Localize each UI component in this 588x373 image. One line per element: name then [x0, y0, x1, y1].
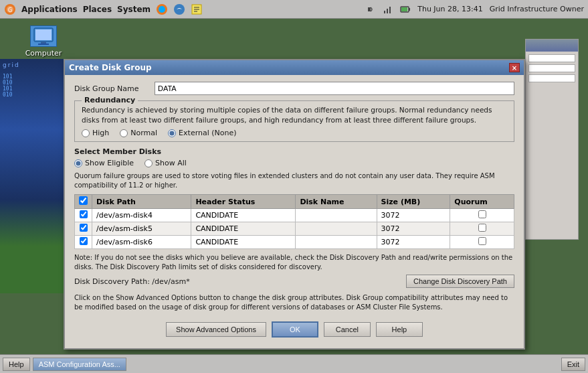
monitor-svg: [33, 27, 54, 46]
quorum-note: Quorum failure groups are used to store …: [74, 171, 514, 190]
redundancy-normal-label: Normal: [130, 129, 157, 137]
asm-taskbar-button[interactable]: ASM Configuration Ass...: [33, 358, 126, 371]
select-all-checkbox[interactable]: [79, 196, 88, 205]
svg-rect-16: [401, 7, 407, 11]
col-header-quorum: Quorum: [450, 195, 514, 209]
row3-quorum[interactable]: [450, 236, 514, 249]
show-eligible-radio[interactable]: [74, 159, 82, 167]
row2-quorum[interactable]: [450, 222, 514, 236]
gnome-icon[interactable]: G: [4, 3, 16, 15]
discovery-path-text: Disk Discovery Path: /dev/asm*: [74, 277, 190, 286]
row1-checkbox[interactable]: [80, 210, 88, 218]
svg-point-5: [174, 4, 185, 15]
thunderbird-icon[interactable]: [173, 3, 185, 15]
modal-titlebar: Create Disk Group ×: [65, 60, 524, 75]
show-all[interactable]: Show All: [144, 159, 187, 167]
row2-diskname: [296, 222, 377, 236]
places-menu[interactable]: Places: [83, 5, 112, 14]
col-header-check: [75, 195, 92, 209]
modal-close-button[interactable]: ×: [509, 63, 520, 72]
discovery-note: Note: If you do not see the disks which …: [74, 253, 514, 272]
row1-quorum-checkbox[interactable]: [478, 210, 486, 218]
row1-size: 3072: [377, 209, 450, 222]
show-eligible[interactable]: Show Eligible: [74, 159, 134, 167]
taskbar-left: G Applications Places System: [4, 3, 203, 15]
row2-quorum-checkbox[interactable]: [478, 224, 486, 232]
modal-title: Create Disk Group: [69, 63, 152, 72]
redundancy-group: Redundancy Redundancy is achieved by sto…: [74, 100, 514, 142]
redundancy-title: Redundancy: [82, 96, 138, 104]
network-icon: [383, 4, 393, 15]
member-disks-label: Select Member Disks: [74, 147, 514, 156]
editor-icon[interactable]: [191, 3, 203, 15]
row2-check-cell[interactable]: [75, 222, 92, 236]
table-row: /dev/asm-disk4 CANDIDATE 3072: [75, 209, 514, 222]
redundancy-description: Redundancy is achieved by storing multip…: [82, 105, 507, 125]
battery-icon: [400, 4, 411, 15]
redundancy-external-label: External (None): [179, 129, 236, 137]
svg-rect-18: [35, 29, 52, 40]
redundancy-normal[interactable]: Normal: [120, 129, 157, 137]
cancel-button[interactable]: Cancel: [324, 322, 371, 337]
system-menu[interactable]: System: [117, 5, 151, 14]
row2-path: /dev/asm-disk5: [92, 222, 191, 236]
row2-status: CANDIDATE: [191, 222, 296, 236]
modal-body: Disk Group Name Redundancy Redundancy is…: [65, 75, 524, 348]
svg-rect-11: [384, 11, 385, 13]
taskbar-top: G Applications Places System: [0, 0, 588, 19]
svg-rect-15: [409, 8, 410, 11]
show-eligible-label: Show Eligible: [85, 159, 134, 167]
col-header-path: Disk Path: [92, 195, 191, 209]
show-all-radio[interactable]: [144, 159, 153, 167]
applications-menu[interactable]: Applications: [21, 5, 78, 14]
change-discovery-path-button[interactable]: Change Disk Discovery Path: [406, 275, 514, 288]
help-button[interactable]: Help: [376, 322, 423, 337]
bg-window-title: [526, 40, 578, 52]
show-options-row: Show Eligible Show All: [74, 159, 514, 167]
row3-size: 3072: [377, 236, 450, 249]
col-header-status: Header Status: [191, 195, 296, 209]
row1-diskname: [296, 209, 377, 222]
redundancy-external[interactable]: External (None): [168, 129, 236, 137]
ok-button[interactable]: OK: [272, 321, 318, 338]
row3-quorum-checkbox[interactable]: [478, 237, 486, 245]
row2-checkbox[interactable]: [80, 224, 88, 232]
disk-group-name-input[interactable]: [155, 82, 514, 95]
taskbar-bottom-right: Exit: [561, 358, 585, 371]
user-label: Grid Infrastructure Owner: [490, 5, 584, 13]
desktop: Computer grid 101010101010 Create Disk G…: [0, 19, 588, 354]
computer-icon-label: Computer: [25, 49, 62, 58]
firefox-icon[interactable]: [156, 3, 168, 15]
row3-checkbox[interactable]: [80, 237, 88, 245]
help-taskbar-button[interactable]: Help: [3, 358, 30, 371]
taskbar-bottom: Help ASM Configuration Ass... Exit: [0, 354, 588, 373]
advanced-note: Click on the Show Advanced Options butto…: [74, 293, 514, 312]
show-advanced-button[interactable]: Show Advanced Options: [166, 322, 266, 337]
row1-quorum[interactable]: [450, 209, 514, 222]
computer-icon[interactable]: Computer: [20, 25, 67, 58]
svg-rect-12: [387, 9, 388, 13]
discovery-path-label: Disk Discovery Path:: [74, 277, 150, 286]
redundancy-high-label: High: [92, 129, 109, 137]
row3-path: /dev/asm-disk6: [92, 236, 191, 249]
row3-check-cell[interactable]: [75, 236, 92, 249]
discovery-path-value: /dev/asm*: [152, 277, 189, 286]
redundancy-high-radio[interactable]: [82, 129, 90, 137]
datetime: Thu Jun 28, 13:41: [417, 5, 483, 13]
svg-rect-10: [368, 7, 371, 11]
svg-rect-13: [389, 7, 391, 13]
redundancy-external-radio[interactable]: [168, 129, 176, 137]
redundancy-high[interactable]: High: [82, 129, 109, 137]
exit-button[interactable]: Exit: [561, 358, 585, 371]
button-row: Show Advanced Options OK Cancel Help: [74, 319, 514, 342]
audio-icon: [365, 4, 376, 15]
show-all-label: Show All: [155, 159, 187, 167]
row2-size: 3072: [377, 222, 450, 236]
col-header-name: Disk Name: [296, 195, 377, 209]
left-panel: grid 101010101010: [0, 59, 70, 293]
redundancy-normal-radio[interactable]: [120, 129, 128, 137]
svg-rect-20: [38, 44, 49, 45]
disk-group-name-row: Disk Group Name: [74, 82, 514, 95]
row1-check-cell[interactable]: [75, 209, 92, 222]
row3-diskname: [296, 236, 377, 249]
